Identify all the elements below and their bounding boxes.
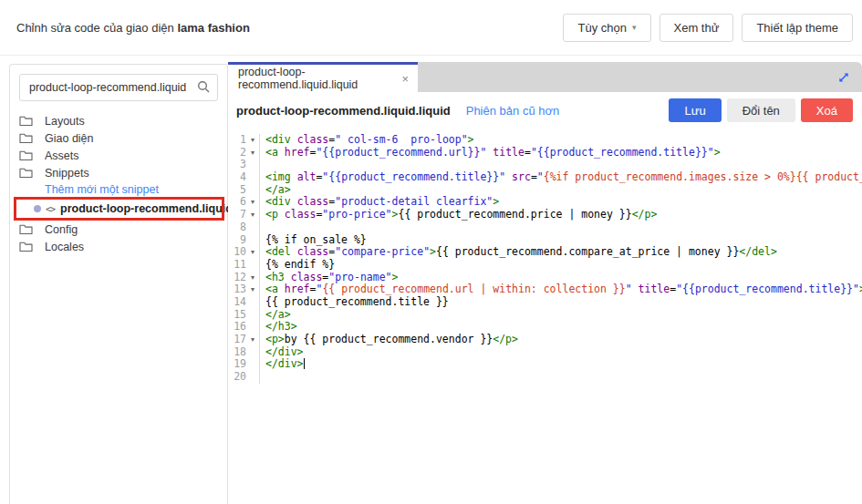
sidebar-folder-layouts[interactable]: Layouts (19, 112, 218, 129)
code-line-13[interactable]: 13▾<a href="{{ product_recommend.url | w… (228, 283, 862, 296)
fold-arrow-icon[interactable]: ▾ (246, 334, 259, 346)
theme-code-editor: Chỉnh sửa code của giao diện lama fashio… (0, 0, 862, 504)
line-number: 9 (228, 234, 246, 247)
code-line-8[interactable]: 8 (228, 221, 862, 234)
code-line-15[interactable]: 15</a> (228, 309, 862, 322)
preview-button[interactable]: Xem thử (659, 14, 734, 42)
line-number: 20 (228, 371, 246, 384)
code-line-7[interactable]: 7▾<p class="pro-price">{{ product_recomm… (228, 209, 862, 221)
rename-button[interactable]: Đổi tên (727, 98, 795, 122)
fullscreen-expand-icon[interactable] (836, 70, 851, 85)
code-line-text (259, 221, 862, 234)
folder-label: Config (45, 223, 78, 236)
file-search (19, 74, 218, 101)
editor-toolbar: product-loop-recommend.liquid.liquid Phi… (228, 92, 862, 129)
code-line-text: {% if on_sale %} (259, 234, 862, 247)
fold-gutter (246, 259, 259, 272)
options-button[interactable]: Tùy chọn▾ (563, 14, 650, 42)
sidebar-folder-locales[interactable]: Locales (19, 238, 218, 255)
line-number: 16 (228, 321, 246, 334)
code-line-3[interactable]: 3 (228, 159, 862, 171)
fold-arrow-icon[interactable]: ▾ (246, 283, 259, 296)
code-line-4[interactable]: 4<img alt="{{product_recommend.title}}" … (228, 171, 862, 184)
tab-title: product-loop-recommend.liquid.liquid (238, 66, 394, 91)
code-line-14[interactable]: 14{{ product_recommend.title }} (228, 296, 862, 309)
code-line-text: </a> (259, 184, 862, 197)
add-snippet-link[interactable]: Thêm mới một snippet (19, 181, 218, 197)
code-line-text (259, 371, 862, 384)
line-number: 19 (228, 358, 246, 371)
code-line-1[interactable]: 1▾<div class=" col-sm-6 pro-loop"> (228, 134, 862, 147)
file-search-input[interactable] (19, 74, 218, 101)
theme-settings-button[interactable]: Thiết lập theme (742, 14, 853, 42)
file-tree: LayoutsGiao diệnAssetsSnippetsThêm mới m… (19, 112, 218, 255)
code-line-9[interactable]: 9{% if on_sale %} (228, 234, 862, 247)
delete-button[interactable]: Xoá (801, 98, 853, 122)
code-editor[interactable]: 1▾<div class=" col-sm-6 pro-loop">2▾<a h… (228, 131, 862, 504)
theme-name: lama fashion (177, 21, 249, 35)
unsaved-dot-icon (34, 205, 41, 212)
line-number: 7 (228, 209, 246, 221)
theme-settings-button-label: Thiết lập theme (756, 21, 838, 35)
code-line-text: <div class="product-detail clearfix"> (259, 196, 862, 209)
code-line-text: <a href="{{ product_recommend.url | with… (259, 283, 862, 296)
fold-arrow-icon[interactable]: ▾ (246, 246, 259, 259)
sidebar-folder-snippets[interactable]: Snippets (19, 164, 218, 181)
old-versions-link[interactable]: Phiên bản cũ hơn (466, 104, 560, 118)
current-filename: product-loop-recommend.liquid.liquid (236, 104, 451, 118)
code-line-text: <p class="pro-price">{{ product_recommen… (259, 209, 862, 221)
fold-gutter (246, 184, 259, 197)
line-number: 6 (228, 196, 246, 209)
sidebar-folder-giao-dien[interactable]: Giao diện (19, 129, 218, 147)
line-number: 5 (228, 184, 246, 197)
file-sidebar: LayoutsGiao diệnAssetsSnippetsThêm mới m… (9, 64, 228, 504)
code-line-20[interactable]: 20 (228, 371, 862, 384)
tab-bar: product-loop-recommend.liquid.liquid × (228, 62, 862, 92)
code-line-17[interactable]: 17▾<p>by {{ product_recommend.vendor }}<… (228, 334, 862, 346)
fold-gutter (246, 296, 259, 309)
folder-icon (19, 223, 33, 235)
folder-icon (19, 115, 33, 127)
code-line-19[interactable]: 19</div> (228, 358, 862, 371)
code-line-11[interactable]: 11{% endif %} (228, 259, 862, 272)
code-line-16[interactable]: 16</h3> (228, 321, 862, 334)
sidebar-folder-config[interactable]: Config (19, 221, 218, 238)
line-number: 10 (228, 246, 246, 259)
folder-icon (19, 167, 33, 179)
app-header: Chỉnh sửa code của giao diện lama fashio… (0, 0, 862, 56)
code-line-2[interactable]: 2▾<a href="{{product_recommend.url}}" ti… (228, 147, 862, 159)
fold-gutter (246, 321, 259, 334)
page-title: Chỉnh sửa code của giao diện lama fashio… (16, 21, 250, 35)
code-line-10[interactable]: 10▾<del class="compare-price">{{ product… (228, 246, 862, 259)
fold-arrow-icon[interactable]: ▾ (246, 134, 259, 147)
save-button[interactable]: Lưu (669, 98, 721, 122)
tab-close-icon[interactable]: × (401, 72, 409, 86)
code-line-text: <h3 class="pro-name"> (259, 272, 862, 284)
fold-gutter (246, 358, 259, 371)
sidebar-folder-assets[interactable]: Assets (19, 147, 218, 164)
folder-icon (19, 149, 33, 161)
code-file-icon: <> (46, 204, 55, 214)
fold-arrow-icon[interactable]: ▾ (246, 209, 259, 221)
code-line-5[interactable]: 5</a> (228, 184, 862, 197)
page-title-prefix: Chỉnh sửa code của giao diện (16, 21, 177, 35)
code-line-text: <del class="compare-price">{{ product_re… (259, 246, 862, 259)
fold-arrow-icon[interactable]: ▾ (246, 272, 259, 284)
code-line-text: <p>by {{ product_recommend.vendor }}</p> (259, 334, 862, 346)
tab-product-loop-recommend[interactable]: product-loop-recommend.liquid.liquid × (228, 62, 418, 92)
sidebar-file-product-loop-recommend-liquid-liquid[interactable]: <>product-loop-recommend.liquid.liquid (19, 198, 218, 220)
line-number: 15 (228, 309, 246, 322)
line-number: 2 (228, 147, 246, 159)
code-line-6[interactable]: 6▾<div class="product-detail clearfix"> (228, 196, 862, 209)
preview-button-label: Xem thử (674, 21, 720, 35)
code-line-text: <img alt="{{product_recommend.title}}" s… (259, 171, 862, 184)
header-actions: Tùy chọn▾ Xem thử Thiết lập theme (563, 14, 853, 42)
folder-label: Layouts (45, 115, 85, 128)
code-line-text: </a> (259, 309, 862, 322)
code-line-text: {{ product_recommend.title }} (259, 296, 862, 309)
fold-arrow-icon[interactable]: ▾ (246, 196, 259, 209)
code-line-18[interactable]: 18</div> (228, 346, 862, 359)
fold-arrow-icon[interactable]: ▾ (246, 147, 259, 159)
line-number: 13 (228, 283, 246, 296)
code-line-12[interactable]: 12▾<h3 class="pro-name"> (228, 272, 862, 284)
